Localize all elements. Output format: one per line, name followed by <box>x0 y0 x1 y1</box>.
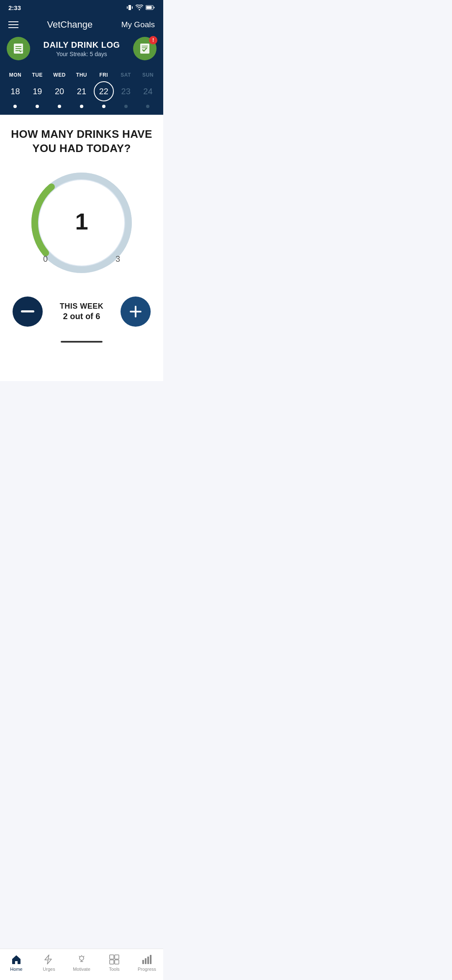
home-indicator-bar <box>61 341 103 343</box>
wifi-icon <box>136 5 143 10</box>
drink-log-header: DAILY DRINK LOG Your Streak: 5 days ! <box>0 37 163 70</box>
day-sat[interactable]: SAT 23 <box>116 72 136 108</box>
day-wed-dot <box>58 105 61 108</box>
main-content: HOW MANY DRINKS HAVE YOU HAD TODAY? 1 0 … <box>0 115 163 339</box>
day-sat-dot <box>124 105 128 108</box>
week-count: 2 out of 6 <box>60 312 104 321</box>
battery-icon <box>146 5 155 10</box>
svg-rect-9 <box>140 44 149 54</box>
day-thu[interactable]: THU 21 <box>72 72 92 108</box>
week-label: THIS WEEK <box>60 302 104 311</box>
day-fri-dot <box>102 105 105 108</box>
dial-max-label: 3 <box>116 254 120 264</box>
svg-rect-2 <box>132 6 133 9</box>
day-sun-dot <box>146 105 149 108</box>
day-thu-name: THU <box>76 72 87 78</box>
decrement-button[interactable] <box>13 297 43 327</box>
app-title: VetChange <box>47 19 92 30</box>
svg-rect-4 <box>146 6 152 9</box>
day-sun[interactable]: SUN 24 <box>138 72 158 108</box>
status-time: 2:33 <box>8 4 21 11</box>
drink-dial[interactable]: 1 0 3 <box>27 168 136 277</box>
day-thu-dot <box>80 105 83 108</box>
day-tue-dot <box>36 105 39 108</box>
my-goals-link[interactable]: My Goals <box>121 20 155 29</box>
day-thu-number: 21 <box>77 87 86 96</box>
this-week-section: THIS WEEK 2 out of 6 <box>8 290 155 331</box>
day-sat-name: SAT <box>121 72 131 78</box>
hamburger-menu-button[interactable] <box>8 21 18 28</box>
day-fri[interactable]: FRI 22 <box>94 72 114 108</box>
question-text: HOW MANY DRINKS HAVE YOU HAD TODAY? <box>8 127 155 156</box>
day-wed-name: WED <box>53 72 66 78</box>
day-sun-name: SUN <box>142 72 154 78</box>
plus-icon <box>129 305 142 318</box>
log-top-row: DAILY DRINK LOG Your Streak: 5 days ! <box>7 37 157 60</box>
day-fri-number: 22 <box>99 87 108 96</box>
svg-rect-16 <box>21 310 34 312</box>
minus-icon <box>21 310 34 313</box>
increment-button[interactable] <box>121 297 151 327</box>
day-tue-name: TUE <box>32 72 43 78</box>
dial-labels: 0 3 <box>27 254 136 264</box>
day-tue[interactable]: TUE 19 <box>27 72 47 108</box>
day-selector: MON 18 TUE 19 WED 20 THU 21 <box>0 70 163 115</box>
drink-count-display: 1 <box>75 208 88 235</box>
notebook-icon <box>12 42 25 55</box>
header: VetChange My Goals <box>0 15 163 37</box>
status-bar: 2:33 <box>0 0 163 15</box>
status-icons <box>126 4 155 11</box>
day-tue-number: 19 <box>33 87 42 96</box>
dial-min-label: 0 <box>43 254 48 264</box>
log-streak: Your Streak: 5 days <box>30 51 133 57</box>
svg-rect-0 <box>128 5 131 10</box>
shield-icon <box>139 42 151 55</box>
alert-badge: ! <box>149 36 157 44</box>
day-wed-number: 20 <box>55 87 64 96</box>
day-mon-number: 18 <box>10 87 20 96</box>
day-mon-name: MON <box>9 72 22 78</box>
week-info: THIS WEEK 2 out of 6 <box>60 302 104 321</box>
notebook-icon-button[interactable] <box>7 37 30 60</box>
svg-rect-18 <box>130 311 141 312</box>
log-titles: DAILY DRINK LOG Your Streak: 5 days <box>30 40 133 57</box>
day-sat-number: 23 <box>121 87 131 96</box>
day-mon[interactable]: MON 18 <box>5 72 25 108</box>
day-fri-name: FRI <box>99 72 108 78</box>
alert-icon-button[interactable]: ! <box>133 37 157 60</box>
home-indicator <box>0 339 163 343</box>
vibrate-icon <box>126 4 133 11</box>
day-mon-dot <box>13 105 17 108</box>
day-sun-number: 24 <box>143 87 152 96</box>
log-title: DAILY DRINK LOG <box>30 40 133 50</box>
day-wed[interactable]: WED 20 <box>49 72 69 108</box>
svg-rect-1 <box>127 6 128 9</box>
